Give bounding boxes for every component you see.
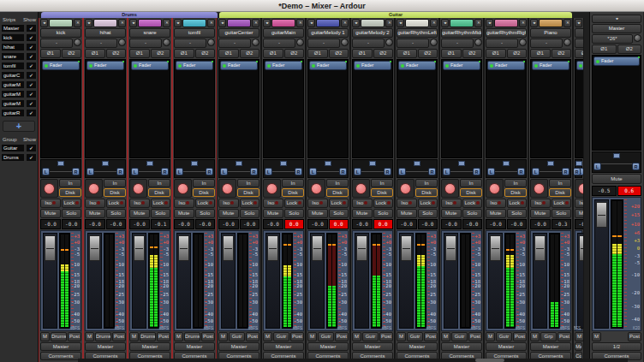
strip-color-chip[interactable] — [271, 19, 295, 27]
close-icon[interactable]: ✕ — [252, 19, 259, 27]
metering-m-button[interactable]: M — [218, 332, 228, 341]
metering-point-button[interactable]: Post — [246, 332, 259, 341]
pan-left-button[interactable]: L — [220, 168, 228, 175]
record-arm-button[interactable] — [397, 179, 414, 198]
phase-1-button[interactable]: Ø1 — [218, 49, 239, 58]
solo-button[interactable]: Solo — [240, 209, 260, 218]
solo-isolate-button[interactable]: Iso — [575, 199, 584, 208]
pan-right-button[interactable]: R — [339, 168, 347, 175]
group-button[interactable]: Gutr — [451, 332, 468, 341]
mute-button[interactable]: Mute — [263, 209, 283, 218]
strip-color-chip[interactable] — [539, 19, 563, 27]
pan-handle[interactable] — [102, 161, 109, 166]
phase-1-button[interactable]: Ø1 — [263, 49, 283, 58]
pan-handle[interactable] — [236, 161, 242, 166]
group-button[interactable]: Drums — [140, 332, 156, 341]
peak-display[interactable]: 0.0 — [329, 219, 349, 229]
fader-processor[interactable]: Fader — [398, 61, 436, 70]
strip-color-chip[interactable] — [450, 19, 474, 27]
strip-menu-icon[interactable]: ◂▸ — [441, 19, 449, 27]
phase-1-button[interactable]: Ø1 — [174, 49, 194, 58]
trim-knob[interactable] — [74, 39, 81, 46]
peak-display[interactable]: -0.0 — [195, 219, 216, 229]
peak-display[interactable]: -0.0 — [240, 219, 260, 229]
solo-isolate-button[interactable]: Iso — [85, 199, 105, 208]
gain-fader[interactable] — [444, 233, 458, 329]
gain-fader[interactable] — [533, 233, 547, 329]
solo-lock-button[interactable]: Lock — [62, 199, 82, 208]
monitor-input-button[interactable]: In — [237, 179, 259, 187]
solo-lock-button[interactable]: Lock — [552, 199, 572, 208]
metering-point-button[interactable]: Post — [628, 332, 641, 341]
strip-name-button[interactable]: guitarRhythmRight — [486, 28, 527, 38]
metering-m-button[interactable]: M — [486, 332, 495, 341]
gain-display[interactable]: -0.0 — [40, 219, 61, 229]
gain-display[interactable]: -0.0 — [129, 219, 150, 229]
peak-display[interactable]: -0.0 — [462, 219, 483, 229]
trim-knob[interactable] — [634, 34, 641, 42]
sidebar-strip-name[interactable]: kick — [1, 33, 25, 42]
monitor-disk-button[interactable]: Disk — [104, 188, 126, 197]
pan-right-button[interactable]: R — [632, 163, 640, 170]
fader-processor[interactable]: Fader — [487, 61, 525, 70]
strip-name-button[interactable]: kick — [40, 28, 81, 38]
output-button[interactable]: Master — [307, 342, 349, 351]
phase-2-button[interactable]: Ø2 — [284, 49, 305, 58]
sidebar-strip-name[interactable]: Guitar — [1, 144, 25, 152]
pan-handle[interactable] — [191, 161, 198, 166]
strip-menu-icon[interactable]: ◂▸ — [530, 19, 538, 27]
monitor-input-button[interactable]: In — [193, 179, 215, 187]
pan-right-button[interactable]: R — [573, 168, 581, 175]
solo-button[interactable]: Solo — [462, 209, 483, 218]
mute-button[interactable]: Mute — [85, 209, 105, 218]
input-button[interactable]: - — [352, 39, 385, 48]
gain-display[interactable]: -0.0 — [307, 219, 328, 229]
pan-left-button[interactable]: L — [487, 168, 495, 175]
output-button[interactable]: 1/2 — [592, 342, 641, 351]
monitor-input-button[interactable]: In — [504, 179, 527, 187]
monitor-input-button[interactable]: In — [104, 179, 126, 187]
sidebar-strip-name[interactable]: guitarC — [1, 71, 25, 80]
solo-button[interactable]: Solo — [151, 209, 171, 218]
sidebar-strip-row[interactable]: hihat ✓ — [1, 43, 37, 51]
phase-2-button[interactable]: Ø2 — [106, 49, 127, 58]
solo-button[interactable]: Solo — [62, 209, 82, 218]
peak-display[interactable]: -0.0 — [62, 219, 82, 229]
output-button[interactable]: Master — [40, 342, 81, 351]
peak-display[interactable]: 0.6 — [617, 186, 642, 196]
gain-display[interactable]: -0.5 — [592, 186, 617, 196]
sidebar-strip-visible-checkbox[interactable]: ✓ — [26, 24, 37, 33]
peak-display[interactable]: 0.0 — [284, 219, 305, 229]
sidebar-strip-row[interactable]: kick ✓ — [1, 33, 37, 42]
group-button[interactable]: Drums — [184, 332, 200, 341]
input-button[interactable]: - — [486, 39, 518, 48]
pan-right-button[interactable]: R — [161, 168, 169, 175]
mute-button[interactable]: Mute — [397, 209, 417, 218]
pan-left-button[interactable]: L — [593, 163, 601, 170]
strip-menu-icon[interactable]: ◂▸ — [129, 19, 137, 27]
processor-box[interactable]: Fader — [40, 59, 81, 158]
mute-button[interactable]: Mute — [530, 209, 551, 218]
phase-2-button[interactable]: Ø2 — [329, 49, 349, 58]
solo-button[interactable]: Solo — [552, 209, 572, 218]
add-strip-button[interactable]: + — [3, 121, 35, 132]
pan-right-button[interactable]: R — [562, 168, 569, 175]
fader-processor[interactable]: Fader — [593, 56, 640, 66]
metering-m-button[interactable]: M — [592, 332, 601, 341]
processor-box[interactable]: Fader — [263, 59, 304, 158]
phase-1-button[interactable]: Ø1 — [307, 49, 328, 58]
processor-box[interactable]: Fader — [129, 59, 170, 158]
monitor-input-button[interactable]: In — [371, 179, 393, 187]
strip-menu-icon[interactable]: ◂▸ — [307, 19, 315, 27]
output-button[interactable]: Master — [486, 342, 527, 351]
processor-box[interactable]: Fader — [307, 59, 349, 158]
trim-knob[interactable] — [564, 39, 571, 46]
fader-processor[interactable]: Fader — [131, 61, 169, 70]
gain-fader[interactable] — [594, 199, 609, 329]
metering-m-button[interactable]: M — [263, 332, 272, 341]
close-icon[interactable]: ✕ — [296, 19, 304, 27]
metering-m-button[interactable]: M — [174, 332, 183, 341]
sidebar-strip-name[interactable]: guitarM — [1, 99, 25, 108]
input-button[interactable]: - — [129, 39, 162, 48]
strip-name-button[interactable]: hihat — [85, 28, 126, 38]
